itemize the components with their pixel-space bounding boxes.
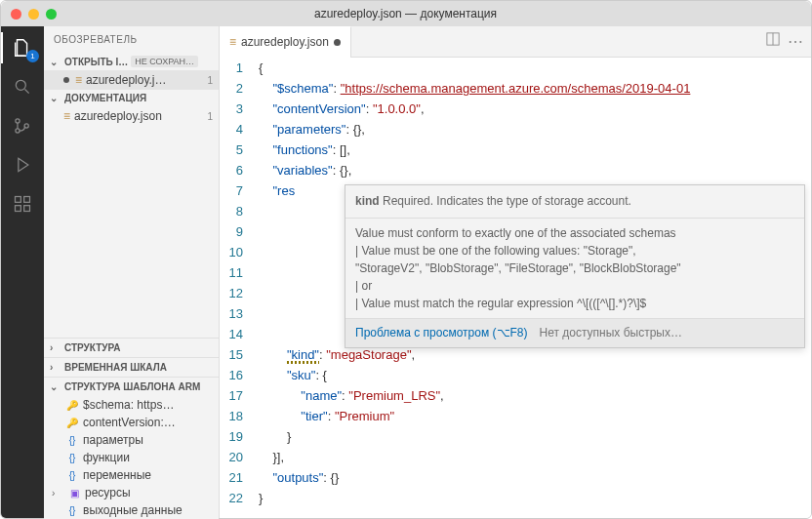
outline-header[interactable]: › СТРУКТУРА xyxy=(44,338,219,357)
code-area[interactable]: 12345678910111213141516171819202122 { "$… xyxy=(220,58,811,518)
more-actions-icon[interactable]: ⋯ xyxy=(788,32,803,51)
arm-item[interactable]: ›▣ресурсы xyxy=(44,484,219,501)
timeline-header[interactable]: › ВРЕМЕННАЯ ШКАЛА xyxy=(44,357,219,377)
window-title: azuredeploy.json — документация xyxy=(10,7,801,20)
explorer-badge: 1 xyxy=(26,50,39,62)
extensions-icon[interactable] xyxy=(11,192,34,216)
svg-rect-6 xyxy=(16,206,21,212)
brace-icon: {} xyxy=(65,503,79,517)
arm-item[interactable]: {}функции xyxy=(44,449,219,466)
split-editor-icon[interactable] xyxy=(766,32,780,51)
resources-icon: ▣ xyxy=(67,486,81,499)
key-icon: 🔑 xyxy=(65,416,79,429)
arm-item[interactable]: {}переменные xyxy=(44,466,219,484)
editor-actions: ⋯ xyxy=(766,32,811,51)
tab-label: azuredeploy.json xyxy=(241,35,329,49)
editor-pane: ≡ azuredeploy.json ⋯ 1234567891011121314… xyxy=(220,26,811,518)
svg-point-0 xyxy=(16,80,25,90)
brace-icon: {} xyxy=(65,451,79,464)
peek-problem-link[interactable]: Проблема с просмотром (⌥F8) xyxy=(355,323,528,343)
source-control-icon[interactable] xyxy=(11,114,34,138)
problem-count: 1 xyxy=(207,75,213,86)
activity-bar: 1 xyxy=(1,26,44,518)
explorer-icon[interactable]: 1 xyxy=(11,36,34,60)
debug-icon[interactable] xyxy=(11,153,34,177)
tab-bar: ≡ azuredeploy.json ⋯ xyxy=(220,26,811,58)
svg-point-1 xyxy=(16,119,20,123)
arm-item[interactable]: {}параметры xyxy=(44,431,219,449)
chevron-down-icon: ⌄ xyxy=(50,57,61,67)
no-quick-fix-label: Нет доступных быстрых… xyxy=(540,323,682,343)
svg-rect-4 xyxy=(16,197,21,203)
chevron-down-icon: ⌄ xyxy=(50,381,61,392)
dirty-indicator-icon xyxy=(334,39,341,46)
explorer-header: ОБОЗРЕВАТЕЛЬ xyxy=(44,26,219,53)
arm-item[interactable]: {}выходные данные xyxy=(44,501,219,519)
arm-item[interactable]: 🔑$schema: https… xyxy=(44,396,219,414)
hover-body: Value must conform to exactly one of the… xyxy=(345,219,804,318)
arm-item[interactable]: 🔑contentVersion:… xyxy=(44,414,219,431)
brace-icon: {} xyxy=(65,468,79,482)
hover-header: kind Required. Indicates the type of sto… xyxy=(345,185,804,219)
open-editor-item[interactable]: ≡ azuredeploy.j… 1 xyxy=(44,70,219,90)
file-icon: ≡ xyxy=(229,35,236,49)
chevron-right-icon: › xyxy=(50,362,61,373)
titlebar: azuredeploy.json — документация xyxy=(1,1,811,26)
unsaved-tag: НЕ СОХРАН… xyxy=(131,56,198,67)
chevron-right-icon: › xyxy=(52,488,63,499)
key-icon: 🔑 xyxy=(65,398,79,412)
file-icon: ≡ xyxy=(63,109,70,123)
line-numbers: 12345678910111213141516171819202122 xyxy=(220,58,259,518)
hover-footer: Проблема с просмотром (⌥F8) Нет доступны… xyxy=(345,318,804,347)
chevron-right-icon: › xyxy=(50,342,61,353)
problem-count: 1 xyxy=(207,111,213,122)
outline-panels: › СТРУКТУРА › ВРЕМЕННАЯ ШКАЛА ⌄ СТРУКТУР… xyxy=(44,338,219,519)
brace-icon: {} xyxy=(65,433,79,447)
svg-rect-7 xyxy=(24,206,30,212)
workspace-file-item[interactable]: ≡ azuredeploy.json 1 xyxy=(44,106,219,126)
svg-point-2 xyxy=(16,129,20,133)
workspace-header[interactable]: ⌄ ДОКУМЕНТАЦИЯ xyxy=(44,90,219,106)
open-editors-header[interactable]: ⌄ ОТКРЫТЬ I… НЕ СОХРАН… xyxy=(44,53,219,70)
dirty-indicator-icon xyxy=(63,77,69,83)
search-icon[interactable] xyxy=(11,75,34,99)
chevron-down-icon: ⌄ xyxy=(50,93,61,103)
tab-azuredeploy[interactable]: ≡ azuredeploy.json xyxy=(220,26,351,58)
svg-rect-5 xyxy=(24,197,30,203)
hover-tooltip: kind Required. Indicates the type of sto… xyxy=(345,184,805,348)
arm-template-header[interactable]: ⌄ СТРУКТУРА ШАБЛОНА ARM xyxy=(44,377,219,396)
file-icon: ≡ xyxy=(75,73,82,87)
